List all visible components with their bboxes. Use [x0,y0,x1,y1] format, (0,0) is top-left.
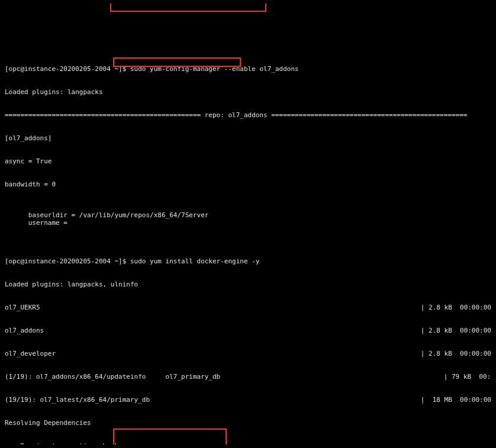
text: Loaded plugins: langpacks [5,88,491,96]
text: bandwidth = 0 [5,181,491,188]
repo-row: ol7_UEKR5| 2.8 kB 00:00:00 [5,304,491,311]
text: --> Running transaction check [5,442,491,444]
rule: ========================================… [5,111,491,119]
text: Resolving Dependencies [5,419,491,427]
cmd-line-2: [opc@instance-20200205-2004 ~]$ sudo yum… [5,257,491,265]
text-masked: (1/19): ol7_addons/x86_64/updateinfo ol7… [5,373,491,381]
terminal-window: [opc@instance-20200205-2004 ~]$ sudo yum… [0,0,496,448]
cmd-line-1: [opc@instance-20200205-2004 ~]$ sudo yum… [5,65,491,73]
text: Loaded plugins: langpacks, ulninfo [5,281,491,288]
text-masked: baseurldir = /var/lib/yum/repos/x86_64/7… [5,204,491,234]
highlight-cmd1 [110,4,266,12]
repo-row: ol7_addons| 2.8 kB 00:00:00 [5,327,491,334]
repo-row: (19/19): ol7_latest/x86_64/primary_db| 1… [5,396,491,404]
repo-row: ol7_developer| 2.8 kB 00:00:00 [5,350,491,357]
terminal-output[interactable]: [opc@instance-20200205-2004 ~]$ sudo yum… [5,4,491,444]
text: async = True [5,157,491,165]
text: [ol7_addons] [5,134,491,142]
